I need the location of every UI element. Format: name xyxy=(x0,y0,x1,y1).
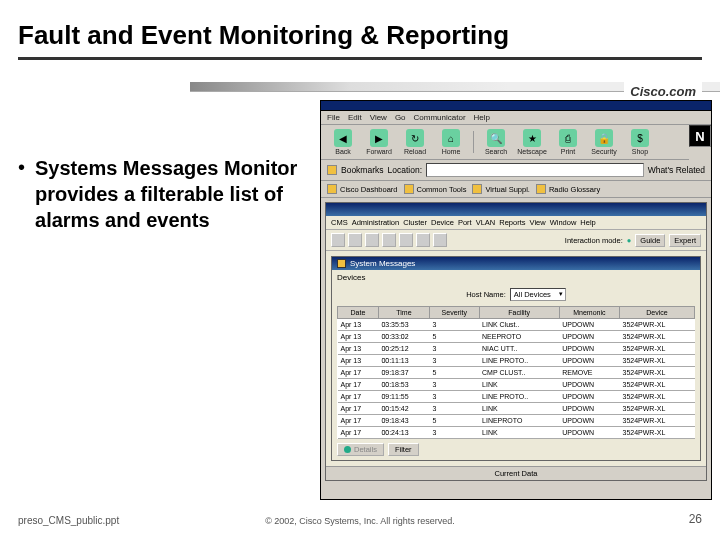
table-cell: 3 xyxy=(429,391,479,403)
quicklink-tab[interactable]: Cisco Dashboard xyxy=(327,184,398,194)
table-cell: Apr 13 xyxy=(338,331,379,343)
interaction-mode: Interaction mode: ● Guide Expert xyxy=(565,234,701,247)
toolbar-home-button[interactable]: ⌂Home xyxy=(435,129,467,155)
expert-button[interactable]: Expert xyxy=(669,234,701,247)
cms-menubar[interactable]: CMSAdministrationClusterDevicePortVLANRe… xyxy=(326,216,706,230)
shop-icon: $ xyxy=(631,129,649,147)
table-cell: 5 xyxy=(429,415,479,427)
cms-tool-icon[interactable] xyxy=(365,233,379,247)
cms-tool-icon[interactable] xyxy=(382,233,396,247)
cms-menu-item[interactable]: Reports xyxy=(499,218,525,227)
table-row[interactable]: Apr 1709:18:435LINEPROTOUPDOWN3524PWR-XL xyxy=(338,415,695,427)
table-cell: UPDOWN xyxy=(559,427,619,439)
quicklink-tab[interactable]: Virtual Suppl. xyxy=(472,184,529,194)
browser-menubar[interactable]: FileEditViewGoCommunicatorHelp xyxy=(321,111,711,125)
table-row[interactable]: Apr 1700:24:133LINKUPDOWN3524PWR-XL xyxy=(338,427,695,439)
toolbar-reload-button[interactable]: ↻Reload xyxy=(399,129,431,155)
cms-menu-item[interactable]: Device xyxy=(431,218,454,227)
whats-related[interactable]: What's Related xyxy=(648,165,705,175)
table-cell: 3 xyxy=(429,355,479,367)
toolbar-shop-button[interactable]: $Shop xyxy=(624,129,656,155)
cms-menu-item[interactable]: Administration xyxy=(352,218,400,227)
cms-menu-item[interactable]: Cluster xyxy=(403,218,427,227)
cms-menu-item[interactable]: VLAN xyxy=(476,218,496,227)
window-title: System Messages xyxy=(350,259,415,268)
column-header[interactable]: Date xyxy=(338,307,379,319)
bookmarks-icon[interactable] xyxy=(327,165,337,175)
column-header[interactable]: Severity xyxy=(429,307,479,319)
address-row: Bookmarks Location: What's Related xyxy=(321,160,711,181)
table-row[interactable]: Apr 1300:11:133LINE PROTO..UPDOWN3524PWR… xyxy=(338,355,695,367)
column-header[interactable]: Facility xyxy=(479,307,559,319)
table-row[interactable]: Apr 1300:25:123NIAC UTT..UPDOWN3524PWR-X… xyxy=(338,343,695,355)
cms-tool-icon[interactable] xyxy=(399,233,413,247)
table-row[interactable]: Apr 1303:35:533LINK Clust..UPDOWN3524PWR… xyxy=(338,319,695,331)
table-cell: 00:25:12 xyxy=(378,343,429,355)
table-row[interactable]: Apr 1709:18:375CMP CLUST..REMOVE3524PWR-… xyxy=(338,367,695,379)
hostname-label: Host Name: xyxy=(466,290,506,299)
cms-menu-item[interactable]: View xyxy=(530,218,546,227)
table-cell: UPDOWN xyxy=(559,343,619,355)
table-cell: 3 xyxy=(429,403,479,415)
cms-tool-icon[interactable] xyxy=(331,233,345,247)
cms-tool-icon[interactable] xyxy=(433,233,447,247)
toolbar-security-button[interactable]: 🔒Security xyxy=(588,129,620,155)
reload-icon: ↻ xyxy=(406,129,424,147)
column-header[interactable]: Mnemonic xyxy=(559,307,619,319)
toolbar-label: Shop xyxy=(632,148,648,155)
browser-menu-item[interactable]: Edit xyxy=(348,113,362,122)
browser-menu-item[interactable]: File xyxy=(327,113,340,122)
table-cell: 5 xyxy=(429,367,479,379)
cms-menu-item[interactable]: Help xyxy=(580,218,595,227)
column-header[interactable]: Device xyxy=(620,307,695,319)
bullet-dot: • xyxy=(18,155,25,233)
cms-menu-item[interactable]: CMS xyxy=(331,218,348,227)
browser-menu-item[interactable]: Communicator xyxy=(414,113,466,122)
browser-menu-item[interactable]: Go xyxy=(395,113,406,122)
toolbar-netscape-button[interactable]: ★Netscape xyxy=(516,129,548,155)
browser-window: FileEditViewGoCommunicatorHelp ◀Back▶For… xyxy=(320,100,712,500)
table-cell: 3524PWR-XL xyxy=(620,415,695,427)
table-cell: 09:18:43 xyxy=(378,415,429,427)
table-cell: LINEPROTO xyxy=(479,415,559,427)
quicklink-tab[interactable]: Common Tools xyxy=(404,184,467,194)
cisco-logo: Cisco.com xyxy=(630,84,696,99)
table-row[interactable]: Apr 1709:11:553LINE PROTO..UPDOWN3524PWR… xyxy=(338,391,695,403)
toolbar-print-button[interactable]: ⎙Print xyxy=(552,129,584,155)
table-cell: Apr 17 xyxy=(338,367,379,379)
quicklink-label: Radio Glossary xyxy=(549,185,600,194)
table-cell: LINE PROTO.. xyxy=(479,355,559,367)
browser-menu-item[interactable]: Help xyxy=(474,113,490,122)
table-cell: Apr 17 xyxy=(338,379,379,391)
address-input[interactable] xyxy=(426,163,644,177)
table-row[interactable]: Apr 1700:18:533LINKUPDOWN3524PWR-XL xyxy=(338,379,695,391)
browser-menu-item[interactable]: View xyxy=(370,113,387,122)
cms-menu-item[interactable]: Port xyxy=(458,218,472,227)
toolbar-forward-button[interactable]: ▶Forward xyxy=(363,129,395,155)
column-header[interactable]: Time xyxy=(378,307,429,319)
cms-tool-icon[interactable] xyxy=(348,233,362,247)
table-row[interactable]: Apr 1700:15:423LINKUPDOWN3524PWR-XL xyxy=(338,403,695,415)
cms-tool-icon[interactable] xyxy=(416,233,430,247)
toolbar-label: Home xyxy=(442,148,461,155)
guide-button[interactable]: Guide xyxy=(635,234,665,247)
button-row: Details Filter xyxy=(332,439,700,460)
quicklink-tab[interactable]: Radio Glossary xyxy=(536,184,600,194)
table-cell: 3524PWR-XL xyxy=(620,403,695,415)
details-button[interactable]: Details xyxy=(337,443,384,456)
table-cell: 3 xyxy=(429,427,479,439)
toolbar-back-button[interactable]: ◀Back xyxy=(327,129,359,155)
bookmarks-label[interactable]: Bookmarks xyxy=(341,165,384,175)
print-icon: ⎙ xyxy=(559,129,577,147)
table-row[interactable]: Apr 1300:33:025NEEPROTOUPDOWN3524PWR-XL xyxy=(338,331,695,343)
table-cell: UPDOWN xyxy=(559,403,619,415)
table-cell: 3524PWR-XL xyxy=(620,331,695,343)
filter-button[interactable]: Filter xyxy=(388,443,419,456)
toolbar-search-button[interactable]: 🔍Search xyxy=(480,129,512,155)
hostname-select[interactable]: All Devices xyxy=(510,288,566,301)
cms-menu-item[interactable]: Window xyxy=(550,218,577,227)
table-cell: 3524PWR-XL xyxy=(620,319,695,331)
search-icon: 🔍 xyxy=(487,129,505,147)
location-label: Location: xyxy=(388,165,423,175)
logo-wrap: Cisco.com xyxy=(624,80,702,102)
